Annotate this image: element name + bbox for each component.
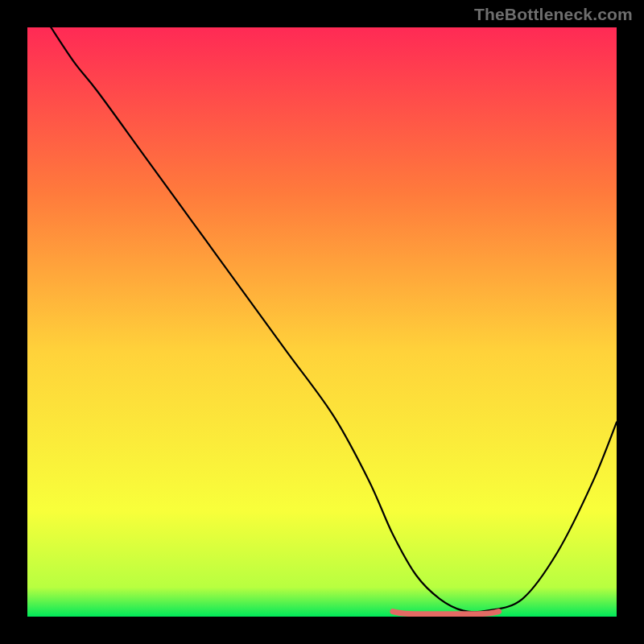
chart-frame xyxy=(27,27,617,617)
optimal-range-highlight xyxy=(393,612,499,614)
bottleneck-chart xyxy=(27,27,617,617)
watermark-text: TheBottleneck.com xyxy=(474,5,633,24)
